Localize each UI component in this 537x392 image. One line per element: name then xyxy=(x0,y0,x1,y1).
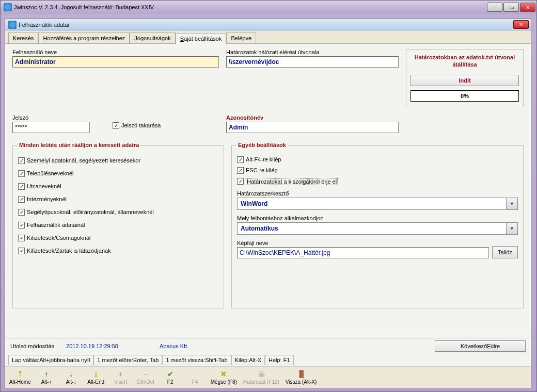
resolution-dropdown[interactable]: Automatikus ▼ xyxy=(237,222,518,235)
cb-g1-1[interactable]: ✓Településneveknél xyxy=(18,167,218,180)
chevron-down-icon: ▼ xyxy=(506,198,517,209)
toolbtn-7: F4 xyxy=(184,369,207,386)
toolbtn-4: +Insert xyxy=(109,369,132,386)
group2-title: Egyéb beállítások xyxy=(236,142,288,148)
check-icon: ✓ xyxy=(18,235,25,241)
indit-button[interactable]: Indít xyxy=(410,75,519,86)
password-input[interactable]: ***** xyxy=(12,122,90,133)
tabs: Keresés Hozzáférés a program részeihez J… xyxy=(5,30,531,44)
toolbar-icon: 🖶 xyxy=(258,370,265,378)
resolution-label: Mely felbontáshoz alkalmazkodjon xyxy=(237,215,518,221)
check-icon: ✓ xyxy=(237,178,244,185)
check-icon: ✓ xyxy=(18,183,25,190)
close-button[interactable]: ✕ xyxy=(520,3,535,12)
inner-app-icon xyxy=(8,21,17,29)
check-icon: ✓ xyxy=(237,167,244,174)
cb-g1-4[interactable]: ✓Segélytípusoknál, előirányzatoknál, áll… xyxy=(18,206,218,219)
hint-cell: Kilép:Alt-X xyxy=(231,355,265,365)
inner-window: Felhasználók adatai ✕ Keresés Hozzáférés… xyxy=(5,19,531,388)
toolbar: ⤒Alt-Home↑Alt-↑↓Alt-↓⤓Alt-End+Insert−Ctr… xyxy=(5,366,531,388)
cb-g1-6[interactable]: ✓Kifizetések/Csomagoknál xyxy=(18,232,218,244)
tab-jogosultsagok[interactable]: Jogosultságok xyxy=(130,32,175,43)
check-icon: ✓ xyxy=(18,209,25,216)
toolbar-icon: ↓ xyxy=(69,370,73,378)
editor-dropdown[interactable]: WinWord ▼ xyxy=(237,198,518,210)
idname-label: Azonosítónév xyxy=(226,115,399,121)
toolbtn-3[interactable]: ⤓Alt-End xyxy=(85,369,107,386)
browse-button[interactable]: Tallóz xyxy=(492,246,518,258)
check-icon: ✓ xyxy=(18,222,25,228)
toolbar-icon: − xyxy=(144,370,148,378)
cb-g1-3[interactable]: ✓Intézményeknél xyxy=(18,193,218,206)
password-label: Jelszó xyxy=(12,115,105,121)
progress-display: 0% xyxy=(410,90,519,102)
toolbar-icon: 🚪 xyxy=(297,370,306,378)
app-icon xyxy=(4,3,12,11)
toolbar-icon: ✔ xyxy=(167,370,173,378)
cb-esc[interactable]: ✓ESC-re kilép xyxy=(237,165,518,176)
cb-g1-5[interactable]: ✓Felhasználók adatainál xyxy=(18,219,218,232)
group-keystroke-settings: Minden leütés után ráálljon a keresett a… xyxy=(12,145,224,308)
toolbtn-1[interactable]: ↑Alt-↑ xyxy=(35,369,58,386)
maximize-button[interactable]: ▭ xyxy=(503,3,519,12)
hint-cell: Help: F1 xyxy=(265,355,294,365)
image-path-input[interactable]: C:\WinSzoc\KEPEK\A_Háttér.jpg xyxy=(237,247,489,258)
toolbtn-0[interactable]: ⤒Alt-Home xyxy=(7,369,33,386)
lastmod-label: Utolsó módosítás: xyxy=(10,343,56,349)
toolbar-icon: ↑ xyxy=(44,370,48,378)
outer-window: Jwinszoc V. 2.3.4. Jogosult felhasználó:… xyxy=(0,0,537,392)
next-tab-button[interactable]: Következő Fülre xyxy=(435,340,526,352)
netpath-input[interactable]: \\szervernév\jdoc xyxy=(226,56,399,68)
username-input[interactable]: Administrator xyxy=(12,56,219,68)
cb-server[interactable]: ✓Határozatokat a kiszolgálóról érje el xyxy=(237,176,518,187)
hint-cell: Lap váltás:Alt+jobbra-balra nyíl xyxy=(8,355,93,365)
check-icon: ✓ xyxy=(18,157,25,164)
outer-title: Jwinszoc V. 2.3.4. Jogosult felhasználó:… xyxy=(14,4,485,10)
inner-close-button[interactable]: ✕ xyxy=(513,20,529,29)
idname-input[interactable]: Admin xyxy=(226,122,399,133)
toolbtn-5: −Ctrl-Del xyxy=(134,369,157,386)
toolbtn-6[interactable]: ✔F2 xyxy=(159,369,182,386)
status-row: Utolsó módosítás: 2012.10.19 12:29:50 Ab… xyxy=(5,338,531,354)
toolbtn-2[interactable]: ↓Alt-↓ xyxy=(60,369,83,386)
chevron-down-icon: ▼ xyxy=(506,223,517,234)
group-other-settings: Egyéb beállítások ✓Alt-F4-re kilép ✓ESC-… xyxy=(231,145,524,308)
toolbtn-10[interactable]: 🚪Vissza (Alt-X) xyxy=(283,369,319,386)
netpath-label: Határozatok hálózati elérési útvonala xyxy=(226,49,399,55)
check-icon: ✓ xyxy=(18,196,25,203)
cb-g1-7[interactable]: ✓Kifizetések/Zártak is látszódjanak xyxy=(18,244,218,257)
toolbar-icon: + xyxy=(119,370,123,378)
cb-g1-0[interactable]: ✓Személyi adatoknál, segélyezett keresés… xyxy=(18,154,218,167)
toolbar-icon: ⤒ xyxy=(17,370,23,378)
cb-g1-2[interactable]: ✓Utcaneveknél xyxy=(18,180,218,193)
image-label: Képfájl neve xyxy=(237,240,489,246)
group1-title: Minden leütés után ráálljon a keresett a… xyxy=(17,142,141,148)
tab-hozzaferes[interactable]: Hozzáférés a program részeihez xyxy=(38,32,130,43)
toolbar-icon: ⤓ xyxy=(93,370,99,378)
tab-belepve[interactable]: Belépve xyxy=(226,32,256,43)
username-label: Felhasználó neve xyxy=(12,49,219,55)
company-name: Abacus Kft. xyxy=(160,343,188,349)
hide-password-checkbox[interactable]: ✓ Jelszó takarása xyxy=(113,120,161,131)
toolbtn-9: 🖶Határozat (F12) xyxy=(241,369,281,386)
hint-cell: 1 mezőt vissza:Shift-Tab xyxy=(162,355,231,365)
sidepanel-title: Határozatokban az adatok.txt útvonal átá… xyxy=(410,54,519,69)
editor-label: Határozatszerkesztő xyxy=(237,190,518,197)
tab-sajat-beallitasok[interactable]: Saját beállítások xyxy=(176,33,227,44)
content: Felhasználó neve Administrator Határozat… xyxy=(5,44,531,338)
inner-title: Felhasználók adatai xyxy=(19,22,511,28)
toolbtn-8[interactable]: ✖Mégse (F8) xyxy=(209,369,239,386)
check-icon: ✓ xyxy=(237,156,244,163)
hint-row: Lap váltás:Alt+jobbra-balra nyíl 1 mezőt… xyxy=(5,354,531,366)
inner-titlebar[interactable]: Felhasználók adatai ✕ xyxy=(5,19,531,30)
toolbar-icon: ✖ xyxy=(220,370,227,378)
minimize-button[interactable]: — xyxy=(487,3,502,12)
tab-kereses[interactable]: Keresés xyxy=(8,32,38,43)
check-icon: ✓ xyxy=(18,170,25,177)
check-icon: ✓ xyxy=(18,248,25,254)
cb-altf4[interactable]: ✓Alt-F4-re kilép xyxy=(237,154,518,165)
check-icon: ✓ xyxy=(113,122,119,129)
outer-titlebar[interactable]: Jwinszoc V. 2.3.4. Jogosult felhasználó:… xyxy=(1,1,536,14)
hint-cell: 1 mezőt előre:Enter, Tab xyxy=(93,355,162,365)
lastmod-value: 2012.10.19 12:29:50 xyxy=(66,343,118,349)
